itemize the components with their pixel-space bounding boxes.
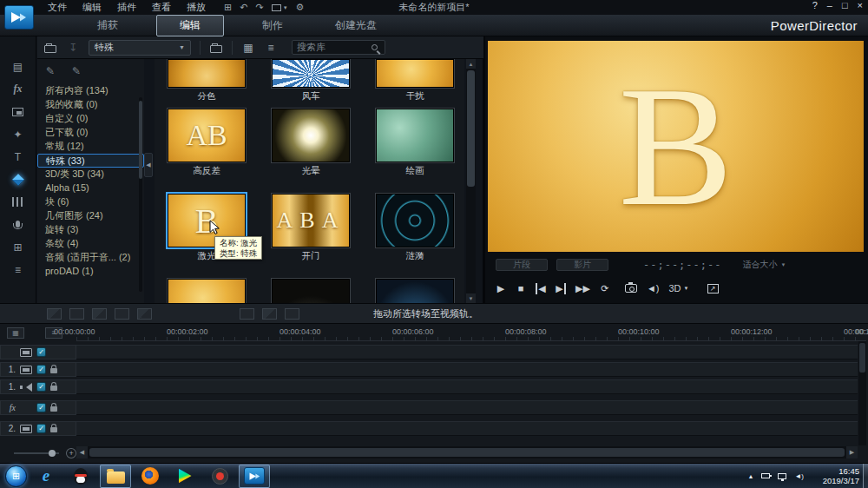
category-block[interactable]: 块 (6) — [37, 195, 144, 209]
transition-thumbnail[interactable]: ABA — [272, 194, 350, 247]
sidebar-item-transition-room[interactable] — [7, 172, 30, 187]
menu-edit[interactable]: 编辑 — [75, 0, 109, 15]
track-header-select[interactable]: ✓ — [0, 345, 76, 359]
start-button[interactable]: ⊞ — [5, 465, 27, 487]
transition-item[interactable] — [168, 279, 246, 303]
transition-thumbnail[interactable] — [272, 279, 350, 303]
timeline-horizontal-scrollbar[interactable]: ◀ ▶ — [76, 446, 858, 458]
track-enable-checkbox[interactable]: ✓ — [36, 424, 46, 433]
category-stripe[interactable]: 条纹 (4) — [37, 237, 144, 251]
scrollbar-thumb[interactable] — [467, 70, 475, 187]
timeline-view-button[interactable]: ▦ — [7, 327, 24, 339]
transition-item[interactable] — [272, 279, 350, 303]
transition-thumbnail[interactable] — [168, 59, 246, 88]
network-icon[interactable] — [778, 473, 786, 479]
new-tag-icon[interactable]: ✎ — [46, 65, 55, 77]
tab-capture[interactable]: 捕获 — [83, 16, 132, 36]
apply-transition-button[interactable] — [47, 308, 62, 320]
menu-play[interactable]: 播放 — [179, 0, 214, 15]
zoom-fit-button[interactable]: + — [66, 448, 76, 458]
sidebar-item-particle-room[interactable]: ✦ — [7, 127, 30, 142]
transition-item[interactable]: 风车 — [272, 59, 350, 102]
tab-produce[interactable]: 制作 — [248, 16, 297, 36]
show-desktop-button[interactable] — [863, 464, 868, 488]
timeline-ruler[interactable]: 00:00:00:00 00:00:02:00 00:00:04:00 00:0… — [76, 324, 866, 341]
3d-mode-dropdown[interactable]: 3D ▼ — [668, 283, 688, 293]
previous-frame-button[interactable]: ◀ — [536, 283, 546, 294]
lock-icon[interactable] — [50, 427, 57, 432]
category-scrollbar[interactable] — [139, 97, 142, 292]
clip-mode-button[interactable]: 片段 — [496, 259, 548, 271]
scrollbar-thumb[interactable] — [859, 343, 865, 373]
taskbar-clock[interactable]: 16:45 2019/3/17 — [823, 466, 859, 486]
track-header-video-1[interactable]: 1. ✓ — [0, 362, 76, 377]
play-button[interactable]: ▶ — [496, 283, 506, 294]
taskbar-item-recorder[interactable] — [204, 465, 235, 488]
loop-button[interactable]: ⟳ — [600, 283, 610, 294]
random-apply-button[interactable] — [262, 308, 277, 320]
library-menu-icon[interactable]: ≡ — [264, 42, 278, 54]
track-enable-checkbox[interactable]: ✓ — [36, 403, 46, 412]
display-output-dropdown[interactable]: ▼ — [272, 4, 288, 11]
prefix-transition-button[interactable] — [115, 308, 129, 320]
volume-button[interactable]: ◄) — [647, 283, 660, 293]
transition-item[interactable]: AB 高反差 — [168, 109, 246, 177]
scrollbar-thumb[interactable] — [139, 101, 142, 179]
library-scrollbar[interactable]: ▲ ▼ — [466, 59, 476, 303]
undo-icon[interactable]: ↶ — [240, 2, 247, 13]
grid-view-icon[interactable]: ▦ — [241, 42, 255, 54]
category-audio[interactable]: 音频 (适用于音... (2) — [37, 251, 144, 265]
transition-thumbnail[interactable] — [272, 109, 350, 162]
fast-forward-button[interactable]: ▶▶ — [575, 283, 590, 294]
track-header-video-2[interactable]: 2. ✓ — [0, 421, 76, 436]
scroll-up-button[interactable]: ▲ — [466, 59, 476, 69]
postfix-transition-button[interactable] — [137, 308, 152, 320]
category-geometry[interactable]: 几何图形 (24) — [37, 209, 144, 223]
close-button[interactable]: × — [858, 0, 863, 10]
download-content-icon[interactable]: ↧ — [66, 42, 80, 54]
transition-thumbnail[interactable] — [168, 279, 246, 303]
volume-icon[interactable]: ◄) — [794, 472, 804, 480]
track-header-fx[interactable]: fx ✓ — [0, 400, 76, 415]
transition-item[interactable]: 涟漪 — [376, 194, 454, 262]
category-favorites[interactable]: 我的收藏 (0) — [37, 98, 144, 112]
cross-transition-button[interactable] — [69, 308, 84, 320]
modify-button[interactable] — [240, 308, 254, 320]
movie-mode-button[interactable]: 影片 — [556, 259, 608, 271]
collapse-panel-handle[interactable]: ◀ — [144, 153, 153, 177]
lock-icon[interactable] — [50, 406, 57, 412]
category-special[interactable]: 特殊 (33) — [37, 154, 144, 168]
layout-icon[interactable]: ⊞ — [224, 2, 232, 13]
sidebar-item-media-room[interactable]: ▤ — [7, 59, 30, 74]
taskbar-item-qq[interactable] — [65, 465, 96, 488]
sidebar-item-pip-room[interactable] — [7, 104, 30, 119]
scrollbar-thumb[interactable] — [89, 448, 845, 457]
timeline-track-lane[interactable] — [76, 421, 858, 436]
menu-file[interactable]: 文件 — [40, 0, 75, 15]
track-header-audio-1[interactable]: 1. ✓ — [0, 379, 76, 394]
lock-icon[interactable] — [50, 386, 57, 391]
sidebar-item-voice-room[interactable] — [7, 217, 30, 232]
timeline-vertical-scrollbar[interactable] — [858, 341, 866, 445]
stop-button[interactable]: ■ — [516, 283, 526, 293]
transition-thumbnail[interactable] — [376, 109, 454, 162]
lock-icon[interactable] — [50, 368, 57, 373]
transition-item[interactable]: ABA 开门 — [272, 194, 350, 262]
track-enable-checkbox[interactable]: ✓ — [36, 347, 46, 357]
help-button[interactable]: ? — [812, 0, 818, 10]
transition-thumbnail[interactable] — [376, 194, 454, 247]
battery-icon[interactable] — [761, 473, 770, 478]
category-all-content[interactable]: 所有内容 (134) — [37, 84, 144, 98]
menu-view[interactable]: 查看 — [144, 0, 179, 15]
timeline-track-lane[interactable] — [76, 379, 858, 394]
remove-button[interactable] — [285, 308, 299, 320]
transition-thumbnail[interactable] — [272, 59, 350, 88]
show-hidden-icons-button[interactable]: ▲ — [747, 473, 753, 479]
taskbar-item-powerdirector[interactable] — [239, 465, 270, 488]
zoom-slider-thumb[interactable] — [49, 450, 56, 457]
taskbar-item-play-store[interactable] — [169, 465, 201, 488]
redo-icon[interactable]: ↷ — [255, 2, 263, 13]
transition-item[interactable]: 光晕 — [272, 109, 350, 177]
edit-tag-icon[interactable]: ✎ — [72, 65, 81, 77]
category-downloaded[interactable]: 已下载 (0) — [37, 126, 144, 140]
